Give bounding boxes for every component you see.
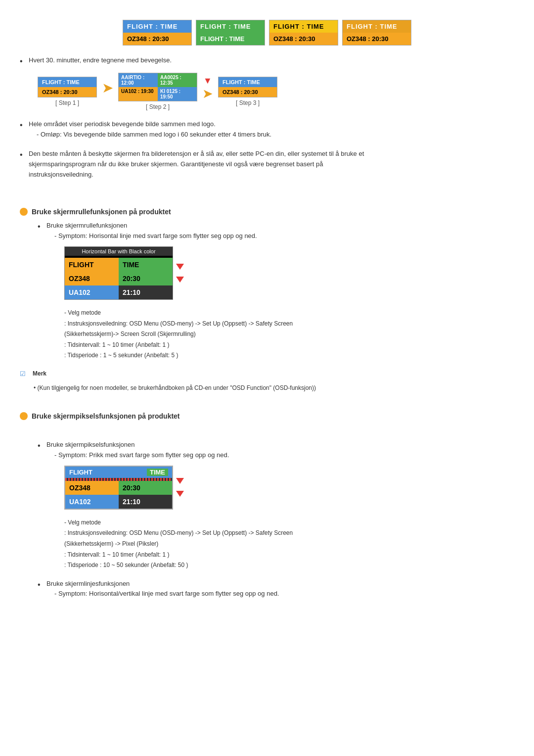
steps-container: FLIGHT : TIME OZ348 : 20:30 [ Step 1 ] ➤… <box>38 73 514 110</box>
orange-circle-1 <box>20 208 28 216</box>
section1-bullet1: • Bruke skjermrullefunksjonen - Symptom:… <box>38 221 514 364</box>
step-2-r1c2: AA0025 : 12:35 <box>158 73 197 87</box>
flight-box-2: FLIGHT : TIME FLIGHT : TIME <box>196 20 265 46</box>
step-2-r2c1: UA102 : 19:30 <box>119 87 158 101</box>
section1-demo-row3: UA102 21:10 <box>65 285 173 299</box>
step-1-item: FLIGHT : TIME OZ348 : 20:30 [ Step 1 ] <box>38 77 97 106</box>
section1-r2c2: 20:30 <box>119 272 173 285</box>
step-2-label: [ Step 2 ] <box>146 103 170 110</box>
step-1-top: FLIGHT : TIME <box>38 77 96 87</box>
section1-instr4: : Tidsperiode : 1 ~ 5 sekunder (Anbefalt… <box>64 350 293 361</box>
section2-demo-row3: UA102 21:10 <box>65 495 172 509</box>
section2-demo-container: FLIGHT TIME OZ348 20:30 UA102 21:10 <box>46 461 293 515</box>
bullet-item-3: • Den beste månten å beskytte skjermen f… <box>20 149 514 180</box>
section-bullet2: • Hele området viser periodisk bevegende… <box>20 119 514 140</box>
section2-demo-header: FLIGHT TIME <box>65 467 172 478</box>
section2-r2c2: 20:30 <box>119 481 172 495</box>
note-label: Merk <box>33 370 46 377</box>
step-3-box: FLIGHT : TIME OZ348 : 20:30 <box>218 77 277 97</box>
section3-bullet-dot: • <box>38 579 46 590</box>
step-1-box: FLIGHT : TIME OZ348 : 20:30 <box>38 77 97 97</box>
section2-instr2: (Sikkerhetsskjerm) -> Pixel (Piksler) <box>64 539 293 550</box>
orange-circle-2 <box>20 412 28 420</box>
note-content: (Kun tilgjengelig for noen modeller, se … <box>38 384 316 391</box>
flight-box-3-top: FLIGHT : TIME <box>269 20 338 33</box>
section3-bullet-content: Bruke skjermlinjesfunksjonen - Symptom: … <box>46 579 279 600</box>
flight-box-3-bottom: OZ348 : 20:30 <box>269 33 338 45</box>
bullet-text-1: Hvert 30. minutter, endre tegnene med be… <box>29 55 172 66</box>
section2-demo-row2: OZ348 20:30 <box>65 481 172 495</box>
section1-red-arrow-1 <box>176 264 184 270</box>
step-3-item: FLIGHT : TIME OZ348 : 20:30 [ Step 3 ] <box>218 77 277 106</box>
section1-r3c1: UA102 <box>65 285 119 299</box>
section1-r1c1: FLIGHT <box>65 258 119 272</box>
section2-bullet1: • Bruke skjermpikselsfunksjonen - Sympto… <box>38 440 514 574</box>
section2-red-arrow-2 <box>176 491 184 497</box>
section2-content: • Bruke skjermpikselsfunksjonen - Sympto… <box>38 440 514 599</box>
section1-bullet-text: Bruke skjermrullefunksjonen <box>46 221 293 231</box>
section1-red-arrow-2 <box>176 277 184 283</box>
section1-demo-row2: OZ348 20:30 <box>65 272 173 285</box>
flight-box-2-bottom: FLIGHT : TIME <box>196 33 265 45</box>
section2-r3c2: 21:10 <box>119 495 172 509</box>
section1-red-arrows <box>176 264 184 283</box>
bullet-dot-3: • <box>20 149 29 160</box>
bullet-dot-1: • <box>20 56 29 67</box>
step-2-row1: AAIRTIO : 12:00 AA0025 : 12:35 <box>119 73 197 87</box>
step-3-top: FLIGHT : TIME <box>219 77 277 87</box>
step-2-row2: UA102 : 19:30 KI 0125 : 19:50 <box>119 87 197 101</box>
section2-bullet-content: Bruke skjermpikselsfunksjonen - Symptom:… <box>46 440 293 574</box>
section1-instr2: (Sikkerhetsskjerm)-> Screen Scroll (Skje… <box>64 329 293 340</box>
section1-method-label: - Velg metode <box>64 308 293 319</box>
note-section: ☑ Merk <box>20 370 514 378</box>
section2-header-label2: TIME <box>147 469 168 476</box>
flight-box-1-top: FLIGHT : TIME <box>123 20 191 33</box>
bullet-text-3: Den beste månten å beskytte skjermen fra… <box>29 149 375 180</box>
section1-content: • Bruke skjermrullefunksjonen - Symptom:… <box>38 221 514 364</box>
flight-box-4: FLIGHT : TIME OZ348 : 20:30 <box>342 20 411 46</box>
step-1-bottom: OZ348 : 20:30 <box>38 87 96 97</box>
flight-box-2-top: FLIGHT : TIME <box>196 20 265 33</box>
section1-instr3: : Tidsintervall: 1 ~ 10 timer (Anbefalt:… <box>64 340 293 351</box>
section2-title: Bruke skjermpikselsfunksjonen på produkt… <box>32 412 180 420</box>
section2-symptom: - Symptom: Prikk med svart farge som fly… <box>54 450 293 461</box>
section1-bullet-content: Bruke skjermrullefunksjonen - Symptom: H… <box>46 221 293 364</box>
note-icon: ☑ <box>20 370 30 378</box>
section2-r2c1: OZ348 <box>65 481 119 495</box>
section2-red-arrows <box>176 478 184 497</box>
bullet-dot-2: • <box>20 120 29 131</box>
flight-box-3: FLIGHT : TIME OZ348 : 20:30 <box>269 20 338 46</box>
section1-r3c2: 21:10 <box>119 285 173 299</box>
section3-bullet-text: Bruke skjermlinjesfunksjonen <box>46 579 279 589</box>
section2-r3c1: UA102 <box>65 495 119 509</box>
section1-bullet-dot: • <box>38 221 46 232</box>
arrow-2-with-red: ▼ ➤ <box>202 76 213 100</box>
section2-instr3: : Tidsintervall: 1 ~ 10 timer (Anbefalt:… <box>64 550 293 561</box>
flight-box-1: FLIGHT : TIME OZ348 : 20:30 <box>123 20 192 46</box>
section2-instr4: : Tidsperiode : 10 ~ 50 sekunder (Anbefa… <box>64 560 293 571</box>
section1-demo-row1: FLIGHT TIME <box>65 258 173 272</box>
flight-box-4-top: FLIGHT : TIME <box>343 20 411 33</box>
step-2-r2c2: KI 0125 : 19:50 <box>158 87 197 101</box>
section2-header: Bruke skjermpikselsfunksjonen på produkt… <box>20 412 514 420</box>
section3-symptom: - Symptom: Horisontal/vertikal linje med… <box>54 589 279 599</box>
red-arrow-down-1: ▼ <box>203 76 212 85</box>
section2-instr1: : Instruksjonsveiledning: OSD Menu (OSD-… <box>64 528 293 539</box>
section2-header-label1: FLIGHT <box>69 469 92 476</box>
step-2-r1c1: AAIRTIO : 12:00 <box>119 73 158 87</box>
section2-demo-box: FLIGHT TIME OZ348 20:30 UA102 21:10 <box>64 466 173 510</box>
section-bullet1: • Hvert 30. minutter, endre tegnene med … <box>20 55 514 110</box>
section1-r2c1: OZ348 <box>65 272 119 285</box>
section1-header: Bruke skjermrullefunksjonen på produktet <box>20 208 514 216</box>
top-flight-boxes: FLIGHT : TIME OZ348 : 20:30 FLIGHT : TIM… <box>20 20 514 46</box>
arrow-1: ➤ <box>102 81 113 95</box>
section2-red-arrow-1 <box>176 478 184 484</box>
section1-r1c2: TIME <box>119 258 173 272</box>
section2-method-label: - Velg metode <box>64 518 293 528</box>
bullet-subtext-2: - Omløp: Vis bevegende bilde sammen med … <box>37 130 271 140</box>
section1-demo-container: Horizontal Bar with Black color FLIGHT T… <box>46 241 293 305</box>
section3-bullet1: • Bruke skjermlinjesfunksjonen - Symptom… <box>38 579 514 600</box>
section1-demo-box: Horizontal Bar with Black color FLIGHT T… <box>64 246 173 300</box>
step-3-label: [ Step 3 ] <box>236 99 260 106</box>
section2-bullet-dot: • <box>38 440 46 451</box>
